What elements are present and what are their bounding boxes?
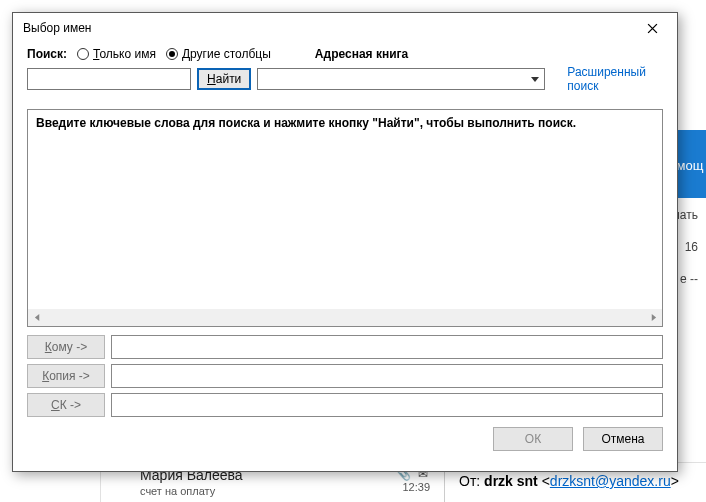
- cc-row: Копия ->: [27, 364, 663, 388]
- dialog-footer: ОК Отмена: [27, 427, 663, 451]
- cc-input[interactable]: [111, 364, 663, 388]
- close-button[interactable]: [635, 16, 669, 40]
- bg-panel-text-2: 16: [685, 240, 698, 254]
- radio-name-only-dot: [77, 48, 89, 60]
- search-input[interactable]: [27, 68, 191, 90]
- to-row: Кому ->: [27, 335, 663, 359]
- titlebar: Выбор имен: [13, 13, 677, 43]
- results-hscrollbar[interactable]: [28, 309, 662, 326]
- bg-panel-text-3: е --: [680, 272, 698, 286]
- close-icon: [647, 23, 658, 34]
- chevron-down-icon: [526, 69, 544, 89]
- bcc-row: СК ->: [27, 393, 663, 417]
- dialog-title: Выбор имен: [23, 21, 91, 35]
- from-name: drzk snt: [484, 473, 538, 489]
- results-hint: Введите ключевые слова для поиска и нажм…: [36, 116, 654, 130]
- ok-button[interactable]: ОК: [493, 427, 573, 451]
- email-time: 12:39: [370, 481, 430, 493]
- find-button[interactable]: Найти: [197, 68, 251, 90]
- advanced-search-link[interactable]: Расширенный поиск: [567, 65, 663, 93]
- scroll-left-icon: [30, 311, 44, 325]
- radio-other-columns-label: Другие столбцы: [182, 47, 271, 61]
- search-input-row: Найти Расширенный поиск: [27, 65, 663, 93]
- from-gt: >: [671, 473, 679, 489]
- email-subject: счет на оплату: [140, 485, 370, 497]
- dialog-body: Поиск: Только имя Другие столбцы Адресна…: [13, 43, 677, 471]
- cc-button[interactable]: Копия ->: [27, 364, 105, 388]
- radio-name-only[interactable]: Только имя: [77, 47, 156, 61]
- radio-other-columns-dot: [166, 48, 178, 60]
- results-list: Введите ключевые слова для поиска и нажм…: [27, 109, 663, 327]
- scroll-right-icon: [646, 311, 660, 325]
- search-label: Поиск:: [27, 47, 67, 61]
- from-email-link[interactable]: drzksnt@yandex.ru: [550, 473, 671, 489]
- to-input[interactable]: [111, 335, 663, 359]
- search-label-row: Поиск: Только имя Другие столбцы Адресна…: [27, 47, 663, 61]
- address-book-label: Адресная книга: [315, 47, 408, 61]
- from-label: От:: [459, 473, 480, 489]
- radio-other-columns[interactable]: Другие столбцы: [166, 47, 271, 61]
- bcc-button[interactable]: СК ->: [27, 393, 105, 417]
- to-button[interactable]: Кому ->: [27, 335, 105, 359]
- recipients-block: Кому -> Копия -> СК ->: [27, 335, 663, 417]
- radio-name-only-label: Только имя: [93, 47, 156, 61]
- app-stage: Помощ лать 16 е -- Мария Валеева счет на…: [0, 0, 706, 502]
- from-lt: <: [542, 473, 550, 489]
- bcc-input[interactable]: [111, 393, 663, 417]
- cancel-button[interactable]: Отмена: [583, 427, 663, 451]
- select-names-dialog: Выбор имен Поиск: Только имя Другие стол…: [12, 12, 678, 472]
- address-book-combo[interactable]: [257, 68, 545, 90]
